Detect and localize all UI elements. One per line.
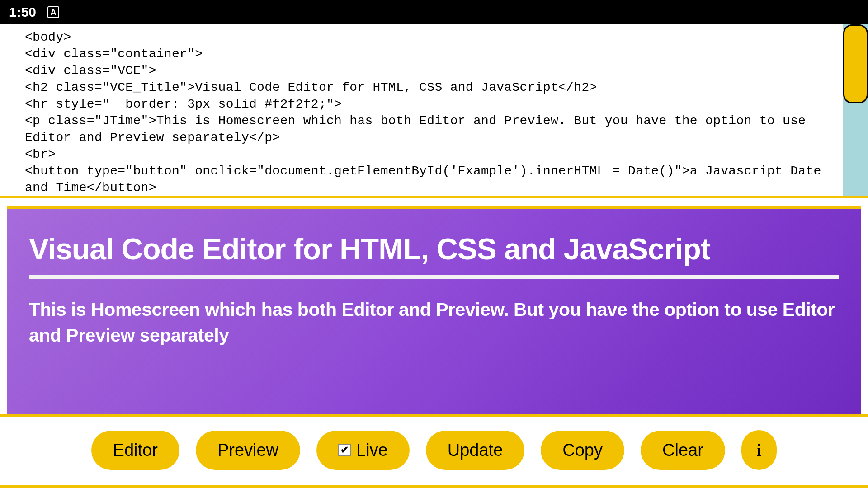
clear-button[interactable]: Clear [641, 431, 725, 470]
info-button[interactable]: i [741, 430, 777, 470]
status-time: 1:50 [9, 5, 36, 20]
keyboard-icon: A [47, 6, 59, 18]
editor-button[interactable]: Editor [91, 431, 179, 470]
preview-description: This is Homescreen which has both Editor… [29, 297, 839, 349]
copy-button[interactable]: Copy [541, 431, 624, 470]
update-button[interactable]: Update [426, 431, 525, 470]
editor-scrollbar-track[interactable] [843, 24, 868, 196]
code-editor-pane[interactable]: <body> <div class="container"> <div clas… [0, 24, 868, 198]
code-editor-text[interactable]: <body> <div class="container"> <div clas… [25, 29, 841, 198]
preview-title: Visual Code Editor for HTML, CSS and Jav… [29, 232, 839, 266]
app-body: <body> <div class="container"> <div clas… [0, 24, 868, 488]
preview-divider [29, 275, 839, 279]
preview-button[interactable]: Preview [196, 431, 300, 470]
toolbar: Editor Preview ✔ Live Update Copy Clear … [0, 417, 868, 488]
toolbar-wrap: Editor Preview ✔ Live Update Copy Clear … [0, 414, 868, 488]
status-bar: 1:50 A [0, 0, 868, 24]
live-toggle-button[interactable]: ✔ Live [316, 431, 410, 470]
editor-scrollbar-thumb[interactable] [843, 24, 868, 103]
pane-divider [0, 198, 868, 206]
live-checkbox-icon: ✔ [338, 444, 351, 456]
preview-pane: Visual Code Editor for HTML, CSS and Jav… [7, 206, 861, 414]
live-label: Live [356, 441, 388, 460]
